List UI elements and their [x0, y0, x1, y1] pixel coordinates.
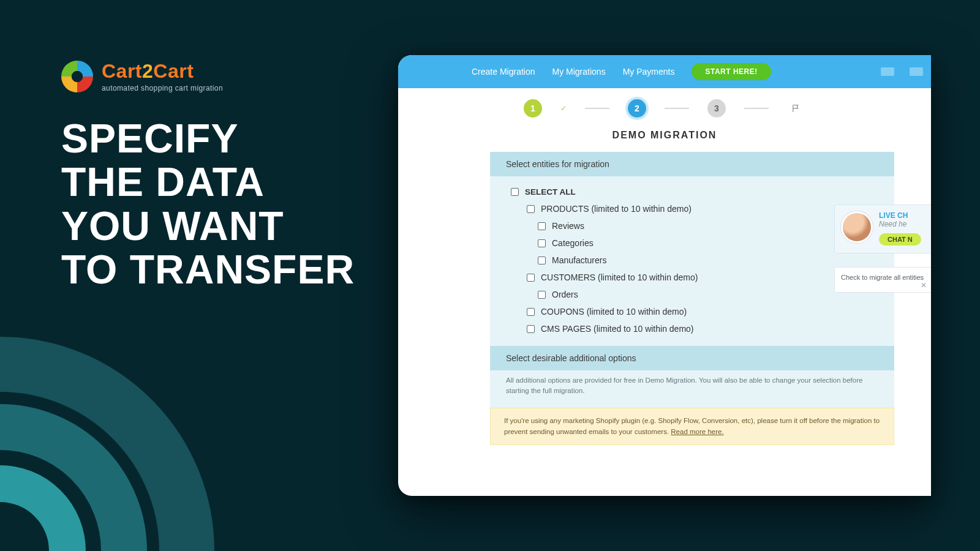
headline: SPECIFY THE DATA YOU WANT TO TRANSFER [61, 117, 380, 291]
orders-label: Orders [552, 290, 578, 299]
entity-reviews-row[interactable]: Reviews [495, 217, 889, 234]
entities-header: Select entities for migration [490, 152, 894, 176]
step-3-label: 3 [714, 103, 719, 113]
brand-part3: Cart [153, 60, 194, 82]
entity-customers-row[interactable]: CUSTOMERS (limited to 10 within demo) [495, 269, 889, 286]
app-window: Create Migration My Migrations My Paymen… [398, 55, 931, 496]
avatar [841, 211, 873, 243]
customers-checkbox[interactable] [527, 274, 535, 282]
reviews-checkbox[interactable] [538, 222, 546, 230]
coupons-label: COUPONS (limited to 10 within demo) [541, 307, 687, 317]
flag-icon [791, 103, 801, 113]
select-all-label: SELECT ALL [525, 187, 576, 197]
headline-line-2: THE DATA [61, 160, 380, 204]
entity-orders-row[interactable]: Orders [495, 286, 889, 303]
options-note: All additional options are provided for … [490, 370, 894, 408]
manufacturers-checkbox[interactable] [538, 257, 546, 264]
customers-label: CUSTOMERS (limited to 10 within demo) [541, 272, 698, 282]
brand-tagline: automated shopping cart migration [102, 84, 223, 92]
chat-title: LIVE CH [879, 211, 921, 220]
promo-panel: Cart2Cart automated shopping cart migrat… [61, 60, 380, 291]
brand-name: Cart2Cart [102, 60, 223, 83]
nav-create-migration[interactable]: Create Migration [472, 67, 535, 77]
nav-my-payments[interactable]: My Payments [623, 67, 675, 77]
topbar: Create Migration My Migrations My Paymen… [398, 55, 931, 88]
chat-now-button[interactable]: CHAT N [879, 233, 921, 246]
step-1-label: 1 [530, 103, 535, 113]
entities-section: Select entities for migration SELECT ALL… [490, 152, 894, 408]
stepper: 1 ✓ 2 3 [398, 97, 931, 121]
brand-part1: Cart [102, 60, 142, 82]
chat-subtitle: Need he [879, 220, 921, 228]
step-1[interactable]: 1 [524, 99, 542, 118]
step-2-label: 2 [635, 103, 639, 113]
notice-readmore-link[interactable]: Read more here. [671, 428, 723, 435]
categories-checkbox[interactable] [538, 239, 546, 247]
warning-notice: If you're using any marketing Shopify pl… [490, 408, 894, 445]
entity-cms-row[interactable]: CMS PAGES (limited to 10 within demo) [495, 320, 889, 337]
cms-checkbox[interactable] [527, 325, 535, 333]
start-here-button[interactable]: START HERE! [692, 63, 771, 80]
step-3[interactable]: 3 [707, 99, 726, 118]
nav-my-migrations[interactable]: My Migrations [552, 67, 606, 77]
entity-coupons-row[interactable]: COUPONS (limited to 10 within demo) [495, 303, 889, 320]
check-icon: ✓ [560, 104, 567, 113]
live-chat-card[interactable]: LIVE CH Need he CHAT N [834, 204, 931, 253]
headline-line-1: SPECIFY [61, 117, 380, 160]
side-widgets: LIVE CH Need he CHAT N Check to migrate … [834, 204, 931, 293]
entity-manufacturers-row[interactable]: Manufacturers [495, 252, 889, 269]
coupons-checkbox[interactable] [527, 308, 535, 316]
products-label: PRODUCTS (limited to 10 within demo) [541, 204, 692, 214]
close-icon[interactable]: ✕ [921, 281, 927, 290]
manufacturers-label: Manufacturers [552, 255, 606, 265]
entity-categories-row[interactable]: Categories [495, 234, 889, 252]
step-divider [665, 108, 689, 109]
headline-line-4: TO TRANSFER [61, 248, 380, 291]
logo: Cart2Cart automated shopping cart migrat… [61, 60, 380, 92]
categories-label: Categories [552, 238, 594, 248]
step-divider [744, 108, 769, 109]
orders-checkbox[interactable] [538, 291, 546, 299]
logo-icon [61, 61, 93, 92]
cms-label: CMS PAGES (limited to 10 within demo) [541, 324, 694, 334]
entity-products-row[interactable]: PRODUCTS (limited to 10 within demo) [495, 200, 889, 217]
step-2[interactable]: 2 [628, 99, 646, 118]
headline-line-3: YOU WANT [61, 204, 380, 248]
step-divider [585, 108, 609, 109]
step-finish[interactable] [787, 99, 805, 118]
brand-part2: 2 [142, 60, 153, 82]
hint-tooltip: Check to migrate all entities ✕ [834, 267, 931, 293]
page-title: DEMO MIGRATION [398, 121, 931, 152]
options-header: Select desirable additional options [490, 346, 894, 370]
select-all-checkbox[interactable] [511, 188, 519, 196]
topbar-right-placeholder [873, 55, 931, 88]
select-all-row[interactable]: SELECT ALL [495, 184, 889, 200]
products-checkbox[interactable] [527, 205, 535, 213]
hint-text: Check to migrate all entities [841, 274, 924, 281]
reviews-label: Reviews [552, 221, 584, 231]
